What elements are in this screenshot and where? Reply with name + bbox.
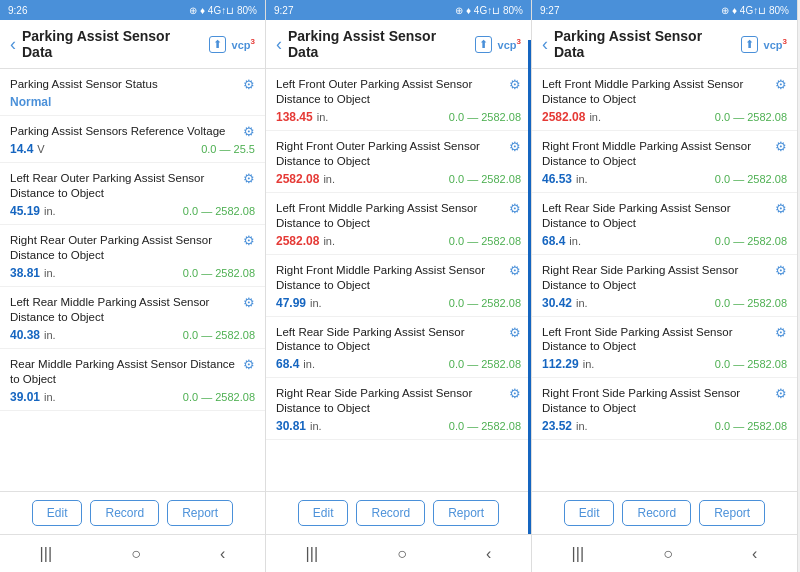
export-icon[interactable]: ⬆ <box>209 36 226 53</box>
list-item: Left Front Side Parking Assist Sensor Di… <box>532 317 797 379</box>
report-button[interactable]: Report <box>167 500 233 526</box>
sensor-value: 2582.08 <box>276 172 319 186</box>
sensor-value: 46.53 <box>542 172 572 186</box>
gear-icon[interactable]: ⚙ <box>775 325 787 340</box>
nav-menu-icon[interactable]: ||| <box>572 545 584 563</box>
back-button[interactable]: ‹ <box>276 34 282 55</box>
list-item: Left Front Outer Parking Assist Sensor D… <box>266 69 531 131</box>
gear-icon[interactable]: ⚙ <box>509 263 521 278</box>
list-item: Rear Middle Parking Assist Sensor Distan… <box>0 349 265 411</box>
sensor-value: 14.4 <box>10 142 33 156</box>
record-button[interactable]: Record <box>622 500 691 526</box>
scroll-indicator <box>528 40 531 534</box>
sensor-range: 0.0 — 2582.08 <box>715 297 787 309</box>
nav-home-icon[interactable]: ○ <box>397 545 407 563</box>
sensor-range: 0.0 — 2582.08 <box>183 329 255 341</box>
list-item: Left Rear Side Parking Assist Sensor Dis… <box>266 317 531 379</box>
header-title: Parking Assist Sensor Data <box>288 28 469 60</box>
gear-icon[interactable]: ⚙ <box>509 386 521 401</box>
nav-back-icon[interactable]: ‹ <box>220 545 225 563</box>
sensor-name: Right Front Middle Parking Assist Sensor… <box>542 139 771 169</box>
nav-home-icon[interactable]: ○ <box>663 545 673 563</box>
gear-icon[interactable]: ⚙ <box>509 77 521 92</box>
back-button[interactable]: ‹ <box>542 34 548 55</box>
report-button[interactable]: Report <box>699 500 765 526</box>
status-right: ⊕ ♦ 4G↑⊔ 80% <box>721 5 789 16</box>
nav-back-icon[interactable]: ‹ <box>752 545 757 563</box>
edit-button[interactable]: Edit <box>298 500 349 526</box>
sensor-value: 38.81 <box>10 266 40 280</box>
status-bar: 9:27 ⊕ ♦ 4G↑⊔ 80% <box>266 0 531 20</box>
sensor-name: Rear Middle Parking Assist Sensor Distan… <box>10 357 239 387</box>
export-icon[interactable]: ⬆ <box>475 36 492 53</box>
bottom-buttons: EditRecordReport <box>0 491 265 534</box>
sensor-range: 0.0 — 2582.08 <box>449 420 521 432</box>
sensor-unit: in. <box>44 391 56 403</box>
record-button[interactable]: Record <box>356 500 425 526</box>
sensor-name: Left Rear Middle Parking Assist Sensor D… <box>10 295 239 325</box>
gear-icon[interactable]: ⚙ <box>243 171 255 186</box>
gear-icon[interactable]: ⚙ <box>775 386 787 401</box>
gear-icon[interactable]: ⚙ <box>509 139 521 154</box>
gear-icon[interactable]: ⚙ <box>243 233 255 248</box>
sensor-range: 0.0 — 2582.08 <box>715 111 787 123</box>
sensor-unit: in. <box>44 267 56 279</box>
sensor-name: Right Front Side Parking Assist Sensor D… <box>542 386 771 416</box>
back-button[interactable]: ‹ <box>10 34 16 55</box>
edit-button[interactable]: Edit <box>564 500 615 526</box>
edit-button[interactable]: Edit <box>32 500 83 526</box>
report-button[interactable]: Report <box>433 500 499 526</box>
gear-icon[interactable]: ⚙ <box>509 325 521 340</box>
sensor-name: Left Front Outer Parking Assist Sensor D… <box>276 77 505 107</box>
gear-icon[interactable]: ⚙ <box>775 77 787 92</box>
list-item: Left Front Middle Parking Assist Sensor … <box>532 69 797 131</box>
nav-home-icon[interactable]: ○ <box>131 545 141 563</box>
sensor-range: 0.0 — 2582.08 <box>715 173 787 185</box>
list-item: Right Front Outer Parking Assist Sensor … <box>266 131 531 193</box>
status-time: 9:26 <box>8 5 27 16</box>
list-item: Right Rear Side Parking Assist Sensor Di… <box>266 378 531 440</box>
phone-panel-2: 9:27 ⊕ ♦ 4G↑⊔ 80% ‹ Parking Assist Senso… <box>266 0 532 572</box>
sensor-name: Left Front Middle Parking Assist Sensor … <box>542 77 771 107</box>
sensor-value: 39.01 <box>10 390 40 404</box>
export-icon[interactable]: ⬆ <box>741 36 758 53</box>
sensor-name: Right Rear Side Parking Assist Sensor Di… <box>276 386 505 416</box>
status-right: ⊕ ♦ 4G↑⊔ 80% <box>189 5 257 16</box>
header-title: Parking Assist Sensor Data <box>22 28 203 60</box>
sensor-unit: in. <box>323 173 335 185</box>
list-item: Left Rear Outer Parking Assist Sensor Di… <box>0 163 265 225</box>
gear-icon[interactable]: ⚙ <box>243 357 255 372</box>
gear-icon[interactable]: ⚙ <box>243 77 255 92</box>
sensor-name: Right Rear Side Parking Assist Sensor Di… <box>542 263 771 293</box>
sensor-value: 68.4 <box>542 234 565 248</box>
sensor-name: Left Front Middle Parking Assist Sensor … <box>276 201 505 231</box>
gear-icon[interactable]: ⚙ <box>509 201 521 216</box>
list-item: Right Front Middle Parking Assist Sensor… <box>266 255 531 317</box>
gear-icon[interactable]: ⚙ <box>775 263 787 278</box>
record-button[interactable]: Record <box>90 500 159 526</box>
sensor-name: Left Rear Side Parking Assist Sensor Dis… <box>542 201 771 231</box>
sensor-range: 0.0 — 2582.08 <box>449 111 521 123</box>
sensor-name: Left Front Side Parking Assist Sensor Di… <box>542 325 771 355</box>
list-item: Left Rear Middle Parking Assist Sensor D… <box>0 287 265 349</box>
header-title: Parking Assist Sensor Data <box>554 28 735 60</box>
status-time: 9:27 <box>274 5 293 16</box>
nav-menu-icon[interactable]: ||| <box>40 545 52 563</box>
sensor-range: 0.0 — 2582.08 <box>715 358 787 370</box>
gear-icon[interactable]: ⚙ <box>775 201 787 216</box>
sensor-range: 0.0 — 2582.08 <box>449 297 521 309</box>
gear-icon[interactable]: ⚙ <box>775 139 787 154</box>
sensor-value: 45.19 <box>10 204 40 218</box>
gear-icon[interactable]: ⚙ <box>243 124 255 139</box>
sensor-unit: in. <box>323 235 335 247</box>
header-icons: ⬆ vcp3 <box>209 36 255 53</box>
sensor-name: Parking Assist Sensors Reference Voltage <box>10 124 239 139</box>
sensor-unit: in. <box>44 205 56 217</box>
nav-bar: |||○‹ <box>266 534 531 572</box>
nav-back-icon[interactable]: ‹ <box>486 545 491 563</box>
nav-menu-icon[interactable]: ||| <box>306 545 318 563</box>
list-item: Parking Assist Sensors Reference Voltage… <box>0 116 265 163</box>
phone-panel-3: 9:27 ⊕ ♦ 4G↑⊔ 80% ‹ Parking Assist Senso… <box>532 0 798 572</box>
gear-icon[interactable]: ⚙ <box>243 295 255 310</box>
vcp-label: vcp3 <box>232 37 255 51</box>
